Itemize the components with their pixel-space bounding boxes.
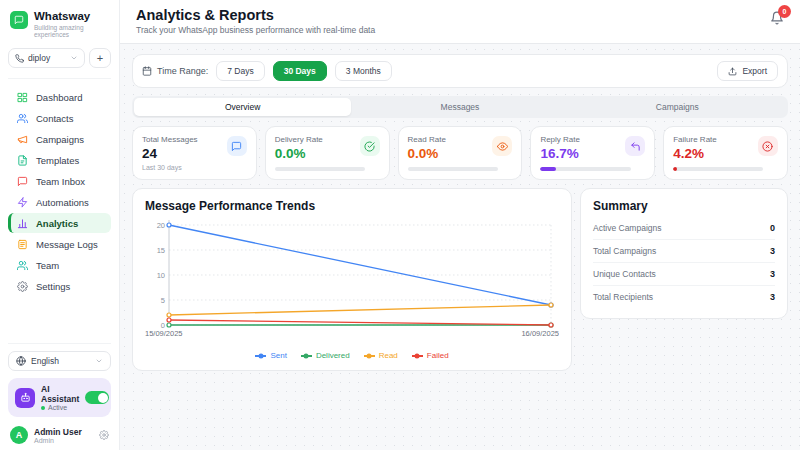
notification-badge: 0 xyxy=(778,5,791,18)
sidebar-item-label: Contacts xyxy=(36,113,74,124)
svg-text:20: 20 xyxy=(157,221,165,230)
logs-icon xyxy=(17,238,29,250)
sidebar-item-contacts[interactable]: Contacts xyxy=(8,108,111,128)
brand-logo-icon xyxy=(10,11,28,29)
phone-number-select[interactable]: diploy xyxy=(8,48,85,68)
summary-row-unique-contacts: Unique Contacts 3 xyxy=(593,263,775,286)
sidebar-item-analytics[interactable]: Analytics xyxy=(8,213,111,233)
stat-subtext: Last 30 days xyxy=(142,164,247,171)
app-root: Whatsway Building amazing experiences di… xyxy=(0,0,800,450)
page-title: Analytics & Reports xyxy=(136,7,375,23)
stat-card-delivery-rate: Delivery Rate 0.0% xyxy=(265,126,390,180)
chart-title: Message Performance Trends xyxy=(145,199,559,213)
sidebar-item-label: Dashboard xyxy=(36,92,82,103)
sidebar-item-dashboard[interactable]: Dashboard xyxy=(8,87,111,107)
stat-card-total-messages: Total Messages 24 Last 30 days xyxy=(132,126,257,180)
progress-bar xyxy=(275,167,365,171)
summary-row-total-recipients: Total Recipients 3 xyxy=(593,286,775,308)
ai-assistant-title: AI Assistant xyxy=(41,384,79,404)
tab-strip: Overview Messages Campaigns xyxy=(132,96,788,118)
content: Time Range: 7 Days 30 Days 3 Months Expo… xyxy=(120,44,800,371)
range-button-30-days[interactable]: 30 Days xyxy=(273,61,327,81)
user-name: Admin User xyxy=(34,427,82,437)
language-value: English xyxy=(31,356,59,366)
chat-icon xyxy=(17,175,29,187)
chat-bubble-icon xyxy=(227,136,247,156)
range-button-7-days[interactable]: 7 Days xyxy=(216,61,264,81)
sidebar-item-campaigns[interactable]: Campaigns xyxy=(8,129,111,149)
time-range-label: Time Range: xyxy=(142,66,208,76)
ai-assistant-status: Active xyxy=(41,404,79,411)
brand-name: Whatsway xyxy=(34,10,109,23)
legend-item-read[interactable]: Read xyxy=(364,351,398,360)
legend-marker-icon xyxy=(412,355,423,357)
svg-text:10: 10 xyxy=(157,271,165,280)
reply-icon xyxy=(625,136,645,156)
sidebar-item-label: Team xyxy=(36,260,59,271)
sidebar-item-message-logs[interactable]: Message Logs xyxy=(8,234,111,254)
tab-messages[interactable]: Messages xyxy=(351,98,568,116)
progress-bar xyxy=(408,167,498,171)
sidebar-nav: Dashboard Contacts Campaigns Templates T… xyxy=(8,87,111,296)
time-range-toolbar: Time Range: 7 Days 30 Days 3 Months Expo… xyxy=(132,54,788,88)
stat-card-failure-rate: Failure Rate 4.2% xyxy=(663,126,788,180)
user-profile[interactable]: A Admin User Admin xyxy=(8,424,111,444)
chevron-down-icon xyxy=(70,54,78,62)
phone-selector-row: diploy + xyxy=(8,46,111,79)
sidebar-item-label: Campaigns xyxy=(36,134,84,145)
megaphone-icon xyxy=(17,133,29,145)
main-area: Analytics & Reports Track your WhatsApp … xyxy=(120,0,800,450)
sidebar-item-automations[interactable]: Automations xyxy=(8,192,111,212)
stat-card-read-rate: Read Rate 0.0% xyxy=(398,126,523,180)
legend-marker-icon xyxy=(364,355,375,357)
avatar: A xyxy=(10,426,28,444)
export-button[interactable]: Export xyxy=(717,61,778,81)
legend-item-sent[interactable]: Sent xyxy=(255,351,286,360)
trend-chart-card: Message Performance Trends 0510152015/09… xyxy=(132,188,572,371)
brand: Whatsway Building amazing experiences xyxy=(8,8,111,46)
tab-overview[interactable]: Overview xyxy=(134,98,351,116)
stat-card-reply-rate: Reply Rate 16.7% xyxy=(530,126,655,180)
sidebar-item-team[interactable]: Team xyxy=(8,255,111,275)
summary-card: Summary Active Campaigns 0 Total Campaig… xyxy=(580,188,788,319)
notifications-button[interactable]: 0 xyxy=(770,11,784,29)
user-settings-gear-icon[interactable] xyxy=(99,430,109,440)
eye-icon xyxy=(492,136,512,156)
tab-campaigns[interactable]: Campaigns xyxy=(569,98,786,116)
sidebar: Whatsway Building amazing experiences di… xyxy=(0,0,120,450)
grid-icon xyxy=(17,91,29,103)
language-select[interactable]: English xyxy=(8,351,111,371)
user-role: Admin xyxy=(34,437,82,444)
sidebar-item-team-inbox[interactable]: Team Inbox xyxy=(8,171,111,191)
sidebar-bottom: English AI Assistant Active A Admin User… xyxy=(8,343,111,444)
progress-bar xyxy=(673,167,763,171)
sidebar-item-label: Message Logs xyxy=(36,239,98,250)
upload-icon xyxy=(728,67,737,76)
legend-marker-icon xyxy=(301,355,312,357)
bar-chart-icon xyxy=(17,217,29,229)
sidebar-item-settings[interactable]: Settings xyxy=(8,276,111,296)
calendar-icon xyxy=(142,66,152,76)
chevron-down-icon xyxy=(95,357,103,365)
stat-cards: Total Messages 24 Last 30 days Delivery … xyxy=(132,126,788,180)
panels-row: Message Performance Trends 0510152015/09… xyxy=(132,188,788,371)
ai-assistant-toggle[interactable] xyxy=(85,391,109,404)
sidebar-item-templates[interactable]: Templates xyxy=(8,150,111,170)
legend-item-delivered[interactable]: Delivered xyxy=(301,351,350,360)
users-icon xyxy=(17,112,29,124)
sidebar-item-label: Settings xyxy=(36,281,70,292)
sidebar-item-label: Team Inbox xyxy=(36,176,85,187)
range-button-3-months[interactable]: 3 Months xyxy=(335,61,392,81)
sidebar-item-label: Automations xyxy=(36,197,89,208)
file-icon xyxy=(17,154,29,166)
bot-icon xyxy=(15,388,35,408)
svg-text:15: 15 xyxy=(157,246,165,255)
legend-item-failed[interactable]: Failed xyxy=(412,351,449,360)
status-dot-icon xyxy=(41,406,45,410)
svg-text:16/09/2025: 16/09/2025 xyxy=(521,329,559,338)
check-circle-icon xyxy=(360,136,380,156)
sidebar-item-label: Templates xyxy=(36,155,79,166)
brand-tagline: Building amazing experiences xyxy=(34,24,109,38)
add-number-button[interactable]: + xyxy=(89,48,111,68)
summary-title: Summary xyxy=(593,199,775,213)
